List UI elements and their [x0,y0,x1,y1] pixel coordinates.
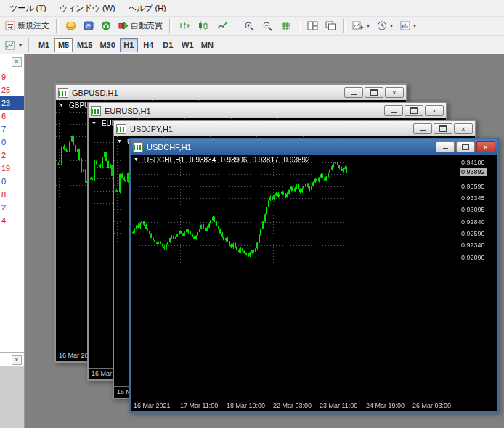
quote-low: 0.93817 [252,156,278,164]
market-watch-close-button[interactable]: × [12,57,22,67]
toolbar-separator [169,19,172,33]
window-titlebar[interactable]: USDJPY,H1 × [114,121,475,136]
quote-dropdown-icon[interactable]: ▼ [92,120,97,128]
chart-window-usdchf[interactable]: USDCHF,H1 × ▼ USDCHF,H1 0.93834 0.93906 [129,138,499,413]
workspace: × 925236702190824 × GBPUSD,H1 × [0,54,504,428]
close-button[interactable]: × [476,141,495,152]
grid-icon [280,21,291,30]
indicator-list-button[interactable]: ▾ [1,37,25,53]
timeframe-m15-button[interactable]: M15 [74,38,95,52]
price-label: 0.93095 [461,206,485,213]
zoom-out-button[interactable] [259,18,277,34]
minimize-icon [443,148,448,149]
toolbar-separator [343,19,346,33]
support-icon [101,21,111,30]
navigator-close-button[interactable]: × [12,355,22,365]
maximize-icon [439,125,447,132]
navigator-panel-body [0,366,24,428]
market-watch-row[interactable]: 9 [0,70,24,83]
market-watch-row[interactable]: 8 [0,188,24,201]
price-chart-canvas[interactable] [131,155,349,263]
tile-windows-button[interactable] [304,18,322,34]
window-title: GBPUSD,H1 [72,89,344,97]
close-button[interactable]: × [385,87,404,98]
minimize-button[interactable] [344,87,363,98]
market-watch-row[interactable]: 19 [0,162,24,175]
minimize-button[interactable] [436,141,455,152]
zoom-in-button[interactable] [240,18,259,34]
auto-trading-label: 自動売買 [131,20,163,31]
time-label: 16 Mar 2021 [134,402,171,409]
market-watch-row[interactable]: 7 [0,123,24,136]
price-label: 0.92840 [461,218,485,226]
price-axis: 0.941000.938500.935950.933450.930950.928… [458,155,497,400]
market-watch-row[interactable]: 0 [0,136,24,149]
candlestick-chart-button[interactable] [194,18,213,34]
minimize-button[interactable] [413,123,432,134]
quote-dropdown-icon[interactable]: ▼ [134,156,139,164]
timeframe-m1-button[interactable]: M1 [35,38,53,52]
line-chart-button[interactable] [213,18,232,34]
menu-window[interactable]: ウィンドウ (W) [53,1,122,16]
window-title: EURUSD,H1 [105,107,384,115]
window-titlebar[interactable]: GBPUSD,H1 × [56,85,406,100]
menu-bar: ツール (T) ウィンドウ (W) ヘルプ (H) [0,0,504,17]
bar-chart-button[interactable] [175,18,194,34]
window-buttons: × [436,141,495,152]
minimize-button[interactable] [384,105,403,116]
window-buttons: × [413,123,473,134]
metaeditor-button[interactable] [80,18,97,34]
timeframe-m5-button[interactable]: M5 [54,38,73,52]
price-label: 0.92090 [461,254,485,261]
new-order-button[interactable]: 新規注文 [1,18,53,34]
market-watch-row[interactable]: 0 [0,175,24,188]
templates-icon [400,21,410,30]
menu-help[interactable]: ヘルプ (H) [122,1,173,16]
market-watch-row[interactable]: 2 [0,149,24,162]
toolbar-separator [298,19,301,33]
timeframe-h4-button[interactable]: H4 [139,38,158,52]
market-watch-row[interactable]: 25 [0,83,24,96]
market-watch-row[interactable]: 2 [0,201,24,214]
chart-window-icon [116,124,126,134]
market-watch-row[interactable]: 6 [0,110,24,123]
chart-window-icon [133,142,143,152]
timeframe-d1-button[interactable]: D1 [159,38,177,52]
market-watch-panel: × 925236702190824 × [0,54,25,428]
timeframe-h1-button[interactable]: H1 [120,38,138,52]
market-watch-row[interactable]: 4 [0,214,24,227]
maximize-button[interactable] [434,123,452,134]
timeframe-toolbar: ▾ M1M5M15M30H1H4D1W1MN [0,36,504,55]
periods-button[interactable]: ▾ [373,18,397,34]
maximize-icon [462,144,469,150]
maximize-button[interactable] [365,87,383,98]
quote-dropdown-icon[interactable]: ▼ [59,102,64,110]
quote-close: 0.93892 [284,156,310,164]
time-label: 17 Mar 11:00 [180,402,218,409]
minimize-icon [391,112,397,113]
window-buttons: × [344,87,404,98]
maximize-button[interactable] [456,141,475,152]
window-titlebar[interactable]: EURUSD,H1 × [89,103,446,118]
maximize-button[interactable] [405,105,423,116]
time-label: 22 Mar 03:00 [273,402,312,409]
templates-button[interactable]: ▾ [397,18,420,34]
menu-tools[interactable]: ツール (T) [3,1,53,16]
cascade-windows-button[interactable] [322,18,340,34]
close-button[interactable]: × [454,123,473,134]
timeframe-m30-button[interactable]: M30 [97,38,118,52]
timeframe-mn-button[interactable]: MN [198,38,216,52]
timeframe-w1-button[interactable]: W1 [179,38,197,52]
chart-area[interactable]: ▼ USDCHF,H1 0.93834 0.93906 0.93817 0.93… [131,155,497,411]
new-chart-button[interactable]: ▾ [349,18,373,34]
grid-button[interactable] [277,18,295,34]
chevron-down-icon: ▾ [367,22,370,29]
quote-dropdown-icon[interactable]: ▼ [117,138,122,146]
market-watch-row[interactable]: 23 [0,96,24,110]
window-titlebar[interactable]: USDCHF,H1 × [131,139,497,155]
auto-trading-button[interactable]: 自動売買 [115,18,166,34]
support-button[interactable] [97,18,115,34]
close-button[interactable]: × [425,105,444,116]
tile-windows-icon [307,21,318,30]
deposit-button[interactable] [62,18,80,34]
